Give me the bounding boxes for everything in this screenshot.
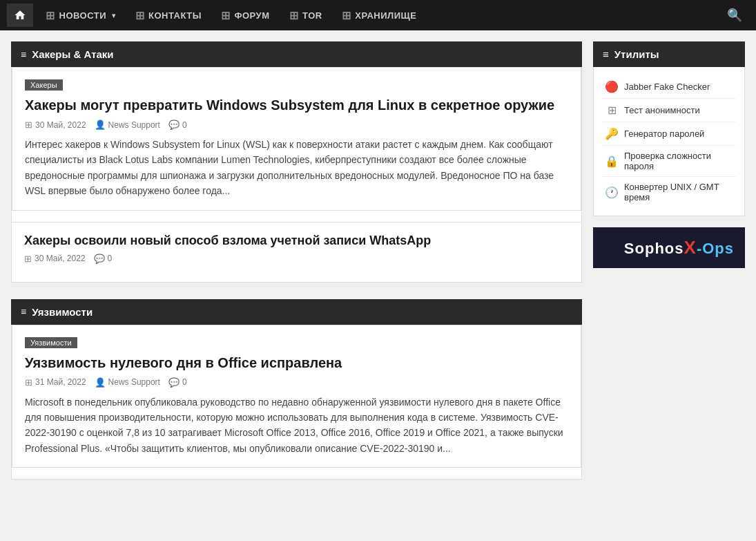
contacts-icon: ⊞: [135, 9, 145, 22]
article-1-date-item: ⊞ 30 Май, 2022: [25, 120, 86, 130]
comment-icon-2: 💬: [94, 254, 105, 264]
nav-forum-label: ФОРУМ: [234, 10, 269, 21]
article-3-comments-item: 💬 0: [168, 377, 187, 388]
article-3-meta: ⊞ 31 Май, 2022 👤 News Support 💬 0: [25, 377, 568, 388]
article-2-title[interactable]: Хакеры освоили новый способ взлома учетн…: [24, 234, 569, 248]
user-icon-2: 👤: [95, 377, 106, 388]
article-2-date-item: ⊞ 30 Май, 2022: [24, 254, 86, 264]
sidebar-link-passgen[interactable]: 🔑 Генератор паролей: [602, 122, 736, 146]
nav-item-news[interactable]: ⊞ НОВОСТИ ▾: [36, 0, 126, 30]
nav-contacts-label: КОНТАКТЫ: [148, 10, 202, 21]
section-hackers-title: Хакеры & Атаки: [32, 48, 113, 60]
calendar-icon-2: ⊞: [24, 254, 32, 264]
sidebar-link-anon[interactable]: ⊞ Тест анонимности: [602, 99, 736, 122]
section-hackers-header: ≡ Хакеры & Атаки: [11, 41, 582, 67]
article-1-author[interactable]: News Support: [108, 120, 160, 130]
user-icon: 👤: [95, 120, 106, 130]
sophos-text: SophosX-Ops: [624, 237, 734, 258]
article-1-comments: 0: [182, 120, 187, 130]
storage-icon: ⊞: [342, 9, 351, 22]
article-3: Уязвимости Уязвимость нулевого дня в Off…: [12, 325, 581, 468]
nav-item-tor[interactable]: ⊞ TOR: [280, 0, 332, 30]
article-3-title[interactable]: Уязвимость нулевого дня в Office исправл…: [25, 354, 568, 372]
sidebar-passgen-label: Генератор паролей: [624, 129, 704, 139]
article-3-author-item: 👤 News Support: [95, 377, 160, 388]
article-2-comments: 0: [108, 254, 113, 263]
anon-icon: ⊞: [605, 104, 619, 117]
sidebar-title: Утилиты: [614, 48, 659, 60]
sidebar-link-unixtime[interactable]: 🕐 Конвертер UNIX / GMT время: [602, 177, 736, 207]
article-3-comments: 0: [182, 377, 187, 387]
nav-storage-label: ХРАНИЛИЩЕ: [355, 10, 416, 21]
sidebar-anon-label: Тест анонимности: [624, 105, 700, 115]
sidebar-unixtime-label: Конвертер UNIX / GMT время: [624, 182, 733, 202]
article-1-meta: ⊞ 30 Май, 2022 👤 News Support 💬 0: [25, 120, 568, 130]
article-2-date: 30 Май, 2022: [35, 254, 86, 263]
nav-news-label: НОВОСТИ: [59, 10, 107, 21]
unixtime-icon: 🕐: [605, 186, 619, 199]
main-content: ≡ Хакеры & Атаки Хакеры Хакеры могут пре…: [11, 41, 582, 496]
sidebar-link-passcheck[interactable]: 🔒 Проверка сложности пароля: [602, 146, 736, 177]
article-2: Хакеры освоили новый способ взлома учетн…: [12, 222, 581, 282]
sophos-text2: X: [684, 237, 697, 258]
article-1-tag[interactable]: Хакеры: [25, 79, 63, 91]
nav-item-forum[interactable]: ⊞ ФОРУМ: [211, 0, 280, 30]
news-icon: ⊞: [46, 9, 55, 22]
sidebar-jabber-label: Jabber Fake Checker: [624, 82, 710, 92]
section-vulns: ≡ Уязвимости Уязвимости Уязвимость нулев…: [11, 299, 582, 480]
sidebar-card: 🔴 Jabber Fake Checker ⊞ Тест анонимности…: [593, 67, 745, 216]
section-hackers-card: Хакеры Хакеры могут превратить Windows S…: [11, 67, 582, 283]
nav-tor-label: TOR: [302, 10, 322, 21]
calendar-icon-3: ⊞: [25, 377, 32, 388]
article-1: Хакеры Хакеры могут превратить Windows S…: [12, 67, 581, 211]
home-button[interactable]: [7, 3, 33, 27]
section-vulns-title: Уязвимости: [32, 306, 93, 318]
comment-icon: 💬: [168, 120, 180, 130]
section-vulns-card: Уязвимости Уязвимость нулевого дня в Off…: [11, 325, 582, 480]
article-1-comments-item: 💬 0: [168, 120, 187, 130]
article-3-author[interactable]: News Support: [108, 377, 160, 387]
comment-icon-3: 💬: [168, 377, 180, 388]
main-nav: ⊞ НОВОСТИ ▾ ⊞ КОНТАКТЫ ⊞ ФОРУМ ⊞ TOR ⊞ Х…: [0, 0, 756, 30]
article-1-text: Интерес хакеров к Windows Subsystem for …: [25, 137, 568, 199]
sidebar-header: ≡ Утилиты: [593, 41, 745, 67]
sophos-text1: Sophos: [624, 240, 684, 257]
section-vulns-header: ≡ Уязвимости: [11, 299, 582, 325]
article-2-meta: ⊞ 30 Май, 2022 💬 0: [24, 254, 569, 264]
section-bars-icon-2: ≡: [21, 306, 26, 317]
news-arrow-icon: ▾: [112, 12, 116, 19]
sidebar-bars-icon: ≡: [603, 48, 609, 60]
section-bars-icon: ≡: [21, 49, 26, 60]
forum-icon: ⊞: [221, 9, 231, 22]
section-hackers: ≡ Хакеры & Атаки Хакеры Хакеры могут пре…: [11, 41, 582, 283]
article-1-author-item: 👤 News Support: [95, 120, 160, 130]
calendar-icon: ⊞: [25, 120, 32, 130]
sidebar: ≡ Утилиты 🔴 Jabber Fake Checker ⊞ Тест а…: [593, 41, 745, 496]
article-1-title[interactable]: Хакеры могут превратить Windows Subsyste…: [25, 96, 568, 114]
article-1-date: 30 Май, 2022: [35, 120, 86, 130]
sophos-banner: SophosX-Ops: [593, 227, 745, 268]
article-3-date: 31 Май, 2022: [35, 377, 86, 387]
article-3-text: Microsoft в понедельник опубликовала рук…: [25, 395, 568, 457]
article-3-tag[interactable]: Уязвимости: [25, 337, 77, 348]
jabber-icon: 🔴: [605, 80, 619, 93]
sophos-text3: -Ops: [697, 240, 734, 257]
sidebar-link-jabber[interactable]: 🔴 Jabber Fake Checker: [602, 75, 736, 99]
article-2-comments-item: 💬 0: [94, 254, 113, 264]
nav-item-contacts[interactable]: ⊞ КОНТАКТЫ: [126, 0, 211, 30]
sidebar-passcheck-label: Проверка сложности пароля: [624, 151, 733, 171]
tor-icon: ⊞: [289, 9, 299, 22]
passcheck-icon: 🔒: [605, 155, 619, 168]
passgen-icon: 🔑: [605, 127, 619, 140]
nav-item-storage[interactable]: ⊞ ХРАНИЛИЩЕ: [332, 0, 427, 30]
article-3-date-item: ⊞ 31 Май, 2022: [25, 377, 86, 388]
search-button[interactable]: 🔍: [720, 8, 749, 23]
